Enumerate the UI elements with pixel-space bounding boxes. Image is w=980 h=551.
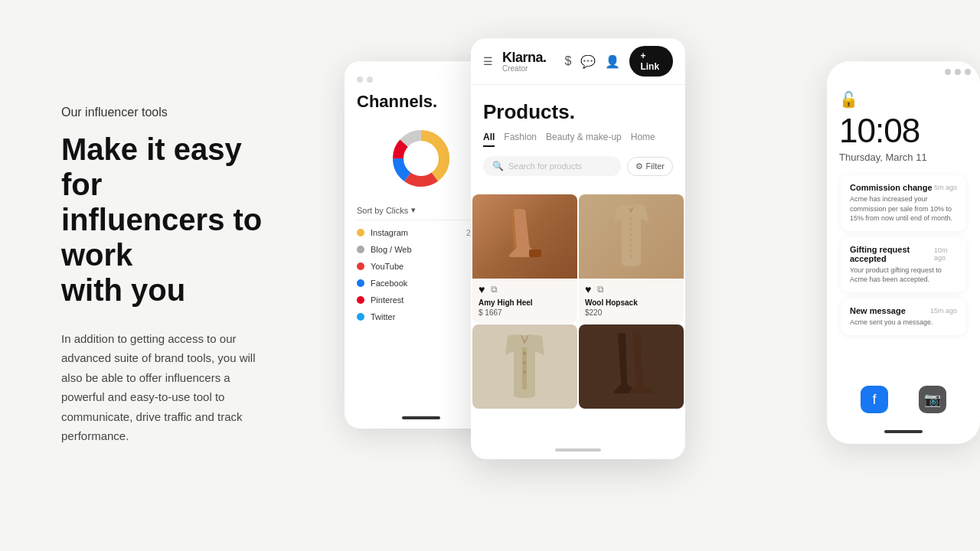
facebook-app-icon[interactable]: f	[861, 386, 888, 413]
blog-dot	[357, 246, 364, 253]
phone-dot3	[965, 69, 971, 75]
copy-icon[interactable]: ⧉	[491, 284, 498, 295]
product-jacket	[472, 324, 577, 409]
search-icon: 🔍	[492, 161, 504, 171]
coat-svg	[606, 202, 656, 271]
wool-hopsack-name: Wool Hopsack	[579, 298, 684, 308]
card-topbar	[357, 77, 485, 83]
products-title: Products.	[483, 100, 673, 124]
channel-item-instagram: Instagram 24,30	[357, 228, 485, 237]
tab-beauty[interactable]: Beauty & make-up	[546, 132, 622, 147]
facebook-name: Facebook	[371, 279, 471, 288]
channel-item-twitter: Twitter 20	[357, 312, 485, 321]
notification-list: Commission change 5m ago Acme has increa…	[839, 175, 968, 335]
notif-commission-body: Acme has increased your commission per s…	[850, 194, 957, 223]
headline: Make it easy for influencers to work wit…	[61, 132, 276, 308]
twitter-name: Twitter	[371, 312, 471, 321]
filter-button[interactable]: ⚙ Filter	[627, 157, 673, 176]
product-tall-boots	[579, 324, 684, 409]
pinterest-dot	[357, 296, 364, 304]
notif-gifting-body: Your product gifting request to Acme has…	[850, 266, 957, 285]
headline-line1: Make it easy for	[61, 132, 242, 201]
tab-home[interactable]: Home	[631, 132, 655, 147]
notif-gifting-time: 10m ago	[934, 246, 957, 262]
phone-dot1	[945, 69, 951, 75]
heart-icon-2[interactable]: ♥	[585, 283, 591, 295]
notif-gifting: Gifting request accepted 10m ago Your pr…	[841, 237, 966, 292]
tab-all[interactable]: All	[483, 132, 495, 147]
notif-message-header: New message 15m ago	[850, 306, 957, 315]
wool-hopsack-actions: ♥ ⧉	[579, 279, 684, 298]
klarna-topbar: ☰ Klarna. Creator $ 💬 👤 + Link	[471, 38, 685, 85]
phone-dot2	[955, 69, 961, 75]
notif-gifting-header: Gifting request accepted 10m ago	[850, 245, 957, 263]
amy-heel-name: Amy High Heel	[472, 298, 577, 308]
instagram-name: Instagram	[371, 228, 460, 237]
jacket-svg	[500, 332, 550, 401]
boot-svg	[502, 202, 548, 271]
youtube-dot	[357, 262, 364, 270]
user-icon[interactable]: 👤	[605, 54, 620, 69]
phone-time: 10:08	[839, 112, 968, 150]
dot2	[367, 77, 373, 83]
phone-card: 🔓 10:08 Thursday, March 11 Commission ch…	[827, 61, 980, 444]
left-section: Our influencer tools Make it easy for in…	[0, 60, 322, 492]
search-box[interactable]: 🔍 Search for products	[483, 156, 621, 176]
phone-bottom: f 📷	[827, 386, 980, 413]
menu-icon[interactable]: ☰	[483, 55, 493, 67]
copy-icon-2[interactable]: ⧉	[597, 284, 604, 295]
chevron-down-icon: ▾	[411, 205, 416, 215]
phone-topbar	[827, 61, 980, 75]
youtube-name: YouTube	[371, 262, 465, 271]
headline-line2: influencers to work	[61, 203, 262, 272]
notif-gifting-title: Gifting request accepted	[850, 245, 934, 263]
tall-boots-svg	[609, 332, 655, 401]
headline-line3: with you	[61, 273, 185, 307]
sort-row[interactable]: Sort by Clicks ▾	[357, 205, 485, 220]
phone-date: Thursday, March 11	[839, 152, 968, 163]
search-row: 🔍 Search for products ⚙ Filter	[483, 156, 673, 176]
link-button[interactable]: + Link	[629, 46, 673, 77]
channels-bottom-bar	[402, 416, 440, 419]
products-bottom-bar	[555, 448, 601, 452]
dollar-icon[interactable]: $	[565, 54, 572, 68]
channel-item-facebook: Facebook 40	[357, 279, 485, 288]
channel-item-blog: Blog / Web 7,24	[357, 245, 485, 254]
notif-commission-title: Commission change	[850, 183, 933, 192]
heart-icon[interactable]: ♥	[479, 283, 485, 295]
svg-rect-6	[529, 249, 541, 257]
message-icon[interactable]: 💬	[580, 54, 596, 69]
donut-container	[357, 124, 485, 193]
notif-commission-time: 5m ago	[934, 184, 957, 191]
notif-commission-header: Commission change 5m ago	[850, 183, 957, 192]
tab-fashion[interactable]: Fashion	[504, 132, 537, 147]
sort-label: Sort by Clicks	[357, 206, 408, 215]
klarna-logo: Klarna.	[502, 50, 547, 66]
svg-point-10	[523, 361, 526, 364]
twitter-dot	[357, 313, 364, 321]
facebook-dot	[357, 279, 364, 287]
amy-heel-image	[472, 194, 577, 279]
page-wrapper: Our influencer tools Make it easy for in…	[0, 0, 980, 551]
svg-point-9	[523, 352, 526, 355]
amy-heel-price: $ 1667	[472, 308, 577, 323]
products-grid: ♥ ⧉ Amy High Heel $ 1667	[471, 194, 685, 409]
subtitle: Our influencer tools	[61, 106, 276, 119]
products-inner: Products. All Fashion Beauty & make-up H…	[471, 85, 685, 459]
notif-message-time: 15m ago	[930, 307, 957, 315]
filter-icon: ⚙	[635, 161, 643, 171]
phone-bottom-bar	[884, 430, 923, 433]
klarna-logo-group: Klarna. Creator	[502, 50, 547, 73]
wool-hopsack-price: $220	[579, 308, 684, 323]
filter-label: Filter	[646, 161, 665, 171]
notif-message-body: Acme sent you a message.	[850, 318, 957, 328]
blog-name: Blog / Web	[371, 245, 465, 254]
amy-heel-actions: ♥ ⧉	[472, 279, 577, 298]
dot1	[357, 77, 363, 83]
jacket-image	[472, 324, 577, 409]
right-section: Channels. Sort by Cli	[322, 0, 980, 551]
phone-lock-screen: 🔓 10:08 Thursday, March 11 Commission ch…	[827, 75, 980, 347]
camera-app-icon[interactable]: 📷	[919, 386, 946, 413]
donut-chart	[387, 124, 456, 193]
pinterest-name: Pinterest	[371, 295, 471, 305]
